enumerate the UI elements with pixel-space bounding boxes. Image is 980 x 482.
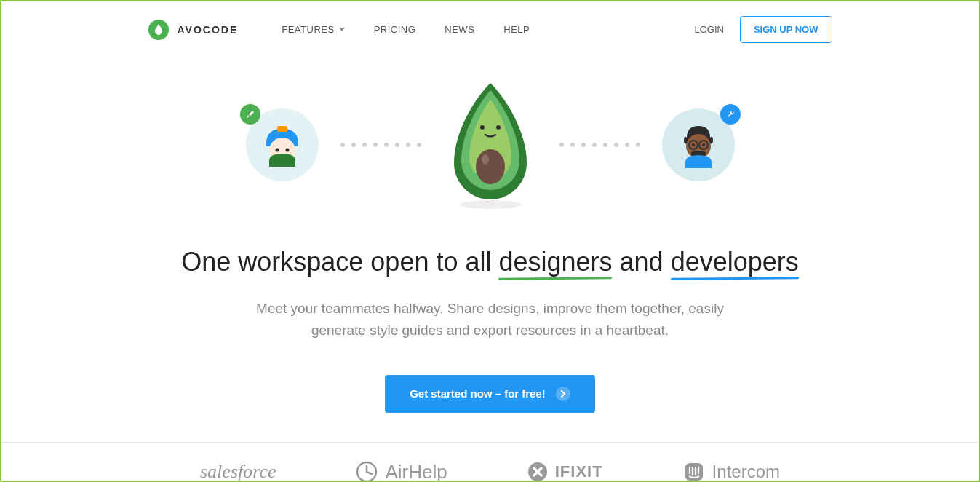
svg-point-8 (496, 125, 501, 130)
connector-dots-left (340, 143, 421, 147)
headline-and: and (613, 247, 671, 277)
logo-salesforce: salesforce (200, 461, 276, 482)
get-started-button[interactable]: Get started now – for free! (385, 375, 595, 413)
airhelp-icon (356, 461, 378, 482)
svg-point-14 (702, 143, 705, 146)
logo-ifixit: IFIXIT (527, 462, 603, 482)
airhelp-label: AirHelp (385, 461, 447, 482)
svg-point-4 (460, 200, 521, 209)
main-header: AVOCODE FEATURES PRICING NEWS HELP LOGIN… (148, 1, 832, 58)
developer-avatar (662, 108, 735, 181)
designer-avatar (246, 108, 319, 181)
hero-section: One workspace open to all designers and … (1, 58, 979, 413)
avocado-icon (443, 79, 538, 210)
wrench-badge-icon (720, 104, 741, 125)
nav-news[interactable]: NEWS (445, 24, 474, 35)
main-nav: FEATURES PRICING NEWS HELP (282, 24, 530, 35)
nav-features-label: FEATURES (282, 24, 334, 35)
intercom-icon (683, 461, 705, 482)
signup-button[interactable]: SIGN UP NOW (740, 16, 832, 43)
intercom-label: Intercom (712, 462, 780, 482)
nav-pricing[interactable]: PRICING (374, 24, 416, 35)
svg-point-13 (692, 143, 695, 146)
headline-developers: developers (671, 247, 799, 277)
logo-text: AVOCODE (178, 24, 239, 36)
connector-dots-right (559, 143, 640, 147)
header-right: LOGIN SIGN UP NOW (694, 16, 832, 43)
ifixit-label: IFIXIT (555, 462, 603, 481)
svg-point-3 (285, 149, 289, 152)
logo-airhelp: AirHelp (356, 461, 447, 482)
nav-features[interactable]: FEATURES (282, 24, 344, 35)
nav-help[interactable]: HELP (503, 24, 530, 35)
brush-badge-icon (240, 104, 260, 125)
svg-rect-0 (277, 126, 287, 132)
hero-illustration (1, 79, 979, 210)
avocado-logo-icon (148, 20, 169, 40)
hero-headline: One workspace open to all designers and … (1, 247, 979, 277)
hero-subhead: Meet your teammates halfway. Share desig… (228, 298, 752, 342)
svg-point-6 (482, 154, 489, 165)
svg-point-5 (476, 149, 505, 184)
svg-point-7 (480, 125, 485, 130)
login-link[interactable]: LOGIN (694, 24, 723, 35)
logo[interactable]: AVOCODE (148, 20, 239, 40)
ifixit-icon (527, 462, 548, 482)
arrow-right-icon (556, 387, 570, 401)
headline-designers: designers (498, 247, 612, 277)
svg-point-2 (275, 149, 279, 152)
headline-pre: One workspace open to all (181, 247, 498, 277)
cta-label: Get started now – for free! (410, 387, 546, 400)
customer-logos: salesforce AirHelp IFIXIT Intercom (1, 442, 979, 482)
logo-intercom: Intercom (683, 461, 780, 482)
chevron-down-icon (339, 28, 345, 31)
